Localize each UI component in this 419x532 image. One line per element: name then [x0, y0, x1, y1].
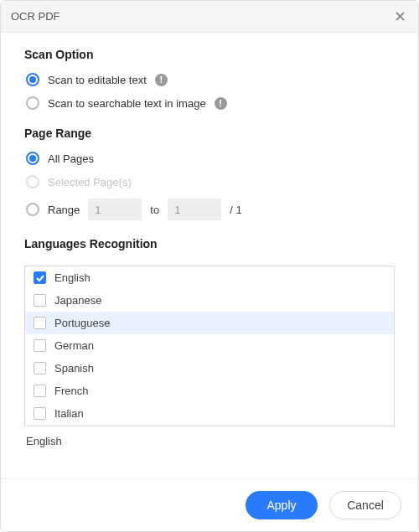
language-item[interactable]: Italian — [25, 402, 394, 425]
range-selected-option: Selected Page(s) — [24, 175, 395, 189]
page-range-title: Page Range — [24, 127, 395, 140]
range-inputs: to / 1 — [88, 199, 241, 220]
radio-icon — [26, 96, 39, 110]
dialog-content: Scan Option Scan to editable text ! Scan… — [1, 33, 418, 478]
language-label: English — [54, 271, 91, 284]
checkbox-icon — [34, 407, 46, 420]
apply-button[interactable]: Apply — [246, 491, 318, 519]
language-label: German — [54, 339, 94, 352]
radio-icon — [26, 175, 39, 189]
checkbox-icon — [34, 317, 46, 329]
language-label: Spanish — [54, 362, 94, 374]
language-item[interactable]: German — [25, 334, 394, 357]
languages-list[interactable]: EnglishJapanesePortugueseGermanSpanishFr… — [24, 266, 395, 426]
scan-option-title: Scan Option — [24, 48, 395, 61]
language-item[interactable]: English — [25, 266, 394, 289]
selected-languages-summary: English — [24, 426, 395, 451]
language-item[interactable]: Portuguese — [25, 312, 394, 334]
dialog-footer: Apply Cancel — [1, 478, 418, 531]
checkbox-icon — [34, 271, 46, 284]
scan-searchable-option[interactable]: Scan to searchable text in image ! — [24, 96, 395, 110]
close-icon[interactable]: ✕ — [391, 9, 408, 24]
radio-icon — [26, 73, 39, 86]
language-label: Italian — [54, 407, 84, 420]
radio-label: Range — [48, 204, 80, 216]
radio-label: Scan to searchable text in image — [48, 97, 206, 110]
language-label: Portuguese — [54, 317, 111, 329]
range-to-input[interactable] — [168, 199, 221, 220]
checkbox-icon — [34, 339, 46, 352]
range-to-label: to — [150, 204, 159, 216]
range-from-input[interactable] — [88, 199, 142, 220]
cancel-button[interactable]: Cancel — [329, 491, 401, 519]
range-total-label: / 1 — [230, 204, 241, 216]
languages-title: Languages Recognition — [24, 237, 395, 251]
radio-label: All Pages — [48, 152, 94, 165]
radio-icon — [26, 152, 39, 165]
titlebar: OCR PDF ✕ — [1, 1, 418, 33]
range-all-option[interactable]: All Pages — [24, 152, 395, 165]
checkbox-icon — [34, 294, 46, 307]
language-item[interactable]: Japanese — [25, 289, 394, 312]
language-label: Japanese — [54, 294, 101, 307]
info-icon[interactable]: ! — [155, 74, 168, 86]
scan-editable-option[interactable]: Scan to editable text ! — [24, 73, 395, 86]
range-custom-option[interactable]: Range to / 1 — [24, 199, 395, 220]
radio-label: Selected Page(s) — [48, 176, 132, 189]
dialog-title: OCR PDF — [11, 10, 60, 23]
checkbox-icon — [34, 362, 46, 374]
language-label: French — [54, 385, 88, 397]
radio-label: Scan to editable text — [48, 74, 147, 86]
info-icon[interactable]: ! — [215, 97, 227, 110]
ocr-pdf-dialog: OCR PDF ✕ Scan Option Scan to editable t… — [0, 0, 419, 532]
language-item[interactable]: French — [25, 380, 394, 402]
checkbox-icon — [34, 385, 46, 397]
radio-icon — [26, 203, 39, 216]
language-item[interactable]: Spanish — [25, 357, 394, 380]
